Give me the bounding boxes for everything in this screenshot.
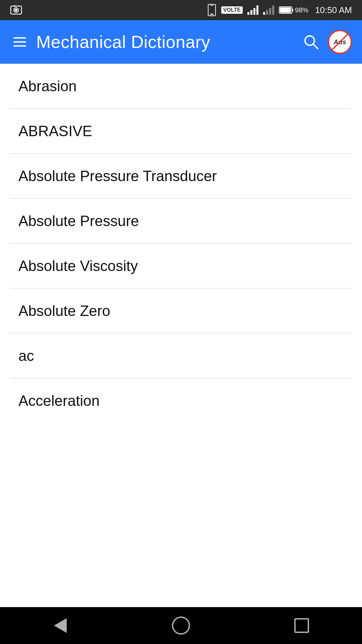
signal-bars-1 [247, 5, 258, 15]
bottom-nav-bar [0, 607, 362, 644]
phone-icon [207, 4, 217, 16]
term-text: ac [18, 347, 34, 364]
term-text: Absolute Zero [18, 303, 110, 319]
term-text: Abrasion [18, 78, 77, 94]
photo-icon [10, 4, 22, 16]
app-bar: Mechanical Dictionary Ads [0, 20, 362, 64]
app-title: Mechanical Dictionary [36, 32, 302, 52]
status-time: 10:50 AM [315, 5, 352, 15]
list-item[interactable]: Absolute Pressure [0, 199, 362, 244]
svg-rect-9 [292, 9, 293, 11]
menu-line-2 [13, 41, 26, 43]
svg-rect-8 [280, 7, 291, 13]
battery-icon: 98% [279, 6, 308, 14]
status-bar-left [10, 4, 22, 16]
menu-button[interactable] [10, 34, 29, 50]
back-icon [54, 618, 67, 633]
term-text: Acceleration [18, 392, 100, 409]
signal-bars-2 [263, 5, 274, 15]
svg-rect-6 [210, 14, 214, 15]
menu-line-3 [13, 45, 26, 47]
ads-block-icon[interactable]: Ads [328, 30, 352, 54]
list-item[interactable]: Absolute Zero [0, 288, 362, 333]
list-item[interactable]: Abrasion [0, 64, 362, 109]
svg-rect-3 [14, 5, 15, 7]
list-item[interactable]: ac [0, 333, 362, 378]
back-button[interactable] [40, 614, 80, 637]
term-text: Absolute Pressure Transducer [18, 168, 217, 184]
list-item[interactable]: ABRASIVE [0, 109, 362, 154]
list-item[interactable]: Absolute Pressure Transducer [0, 154, 362, 199]
term-text: Absolute Pressure [18, 213, 139, 229]
home-icon [172, 616, 190, 635]
volte-badge: VOLTE [221, 6, 243, 14]
status-bar: VOLTE 98% 10:50 AM [0, 0, 362, 20]
recent-icon [294, 618, 309, 633]
battery-percent: 98% [295, 6, 308, 14]
svg-point-2 [15, 9, 17, 11]
dictionary-list: Abrasion ABRASIVE Absolute Pressure Tran… [0, 64, 362, 607]
svg-rect-5 [210, 5, 213, 6]
term-text: Absolute Viscosity [18, 258, 138, 274]
recent-apps-button[interactable] [282, 614, 322, 637]
term-text: ABRASIVE [18, 123, 92, 139]
svg-line-11 [313, 44, 318, 49]
list-item[interactable]: Absolute Viscosity [0, 244, 362, 288]
home-button[interactable] [161, 614, 201, 637]
list-item[interactable]: Acceleration [0, 378, 362, 423]
menu-line-1 [13, 37, 26, 39]
status-bar-right: VOLTE 98% 10:50 AM [207, 4, 352, 16]
search-button[interactable] [302, 33, 320, 51]
